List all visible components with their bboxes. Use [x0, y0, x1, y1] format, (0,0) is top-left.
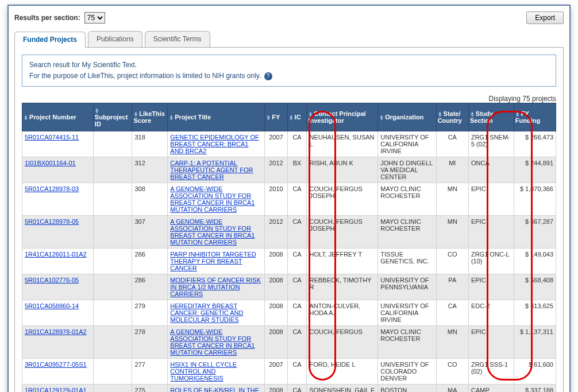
col-header-label: Contact Principal Investigator [308, 110, 365, 124]
funding-cell: $ 667,287 [514, 216, 556, 249]
project-number-link[interactable]: 5R01CA074415-11 [22, 131, 94, 157]
col-header-ic[interactable]: ▲▼IC [287, 103, 307, 131]
project-number-link[interactable]: 1I01BX001164-01 [25, 160, 76, 166]
sort-arrows-icon[interactable]: ▲▼ [438, 111, 442, 117]
project-title-link[interactable]: HEREDITARY BREAST CANCER: GENETIC AND MO… [168, 300, 265, 326]
sort-arrows-icon[interactable]: ▲▼ [266, 115, 271, 121]
subproject-id-cell [93, 216, 132, 249]
project-title-link[interactable]: A GENOME-WIDE ASSOCIATION STUDY FOR BREA… [168, 326, 265, 359]
project-number-link[interactable]: 1R41CA126011-01A2 [25, 251, 87, 258]
col-header-label: IC [295, 114, 301, 121]
fy-cell: 2010 [265, 183, 287, 216]
study-section-cell: ZRG1 SSS-1 (02) [468, 359, 514, 385]
pi-cell: ANTON-CULVER, HODA A. [307, 300, 378, 326]
sort-arrows-icon[interactable]: ▲▼ [24, 115, 28, 121]
pi-cell: COUCH, FERGUS JOSEPH [307, 183, 378, 216]
col-header-subproject-id[interactable]: ▲▼Subproject ID [93, 103, 132, 131]
project-number-link[interactable]: 5R01CA128978-03 [22, 183, 94, 216]
project-title-link[interactable]: MODIFIERS OF CANCER RISK IN BRCA 1/2 MUT… [168, 274, 265, 300]
project-title-link[interactable]: CARP-1: A POTENTIAL THERAPEUTIC AGENT FO… [168, 157, 265, 183]
project-number-link[interactable]: 5R01CA102776-05 [22, 274, 94, 300]
project-title-link[interactable]: HSIX1 IN CELL CYCLE CONTROL AND TUMORIGE… [168, 359, 265, 385]
project-number-link[interactable]: 1R01CA129129-01A1 [25, 387, 87, 392]
project-title-link[interactable]: MODIFIERS OF CANCER RISK IN BRCA 1/2 MUT… [170, 277, 261, 297]
project-number-link[interactable]: 5R01CA128978-05 [22, 216, 94, 249]
project-title-link[interactable]: A GENOME-WIDE ASSOCIATION STUDY FOR BREA… [168, 183, 265, 216]
table-row: 5R01CA058860-14279HEREDITARY BREAST CANC… [22, 300, 556, 326]
project-number-link[interactable]: 1R01CA129129-01A1 [22, 385, 94, 392]
subproject-id-cell [93, 359, 132, 385]
tab-publications[interactable]: Publications [88, 31, 142, 47]
project-title-link[interactable]: GENETIC EPIDEMIOLOGY OF BREAST CANCER: B… [170, 134, 259, 154]
project-title-link[interactable]: HEREDITARY BREAST CANCER: GENETIC AND MO… [170, 302, 243, 323]
project-number-link[interactable]: 5R01CA058860-14 [22, 300, 94, 326]
tab-scientific-terms[interactable]: Scientific Terms [145, 31, 210, 47]
tabs: Funded Projects Publications Scientific … [14, 31, 564, 48]
project-title-link[interactable]: ROLES OF NF-KB/REL IN THE PATHOGENESIS O… [170, 387, 259, 392]
project-number-link[interactable]: 1R01CA128978-01A2 [25, 328, 87, 335]
project-title-link[interactable]: HSIX1 IN CELL CYCLE CONTROL AND TUMORIGE… [170, 361, 237, 382]
study-section-cell: ONCA [468, 157, 514, 183]
likethis-score-cell: 307 [132, 216, 168, 249]
col-header-state-country[interactable]: ▲▼State/ Country [436, 103, 468, 131]
col-header-label: FY [272, 114, 280, 121]
table-row: 3R01CA095277-05S1277HSIX1 IN CELL CYCLE … [22, 359, 556, 385]
ic-cell: CA [287, 274, 307, 300]
project-title-link[interactable]: A GENOME-WIDE ASSOCIATION STUDY FOR BREA… [170, 218, 255, 246]
sort-arrows-icon[interactable]: ▲▼ [470, 111, 475, 117]
org-cell: TISSUE GENETICS, INC. [378, 249, 436, 274]
sort-arrows-icon[interactable]: ▲▼ [169, 115, 174, 121]
likethis-score-cell: 312 [132, 157, 168, 183]
project-title-link[interactable]: A GENOME-WIDE ASSOCIATION STUDY FOR BREA… [170, 185, 255, 213]
project-title-link[interactable]: A GENOME-WIDE ASSOCIATION STUDY FOR BREA… [168, 216, 265, 249]
displaying-count: Displaying 75 projects [22, 95, 556, 103]
help-icon[interactable]: ? [264, 72, 272, 80]
ic-cell: CA [287, 300, 307, 326]
project-title-link[interactable]: CARP-1: A POTENTIAL THERAPEUTIC AGENT FO… [170, 160, 253, 180]
project-number-link[interactable]: 1R41CA126011-01A2 [22, 249, 94, 274]
col-header-fy-funding[interactable]: ▲▼FY Funding [514, 103, 556, 131]
project-title-link[interactable]: A GENOME-WIDE ASSOCIATION STUDY FOR BREA… [170, 328, 255, 356]
col-header-organization[interactable]: ▲▼Organization [378, 103, 436, 131]
col-header-fy[interactable]: ▲▼FY [265, 103, 287, 131]
project-title-link[interactable]: ROLES OF NF-KB/REL IN THE PATHOGENESIS O… [168, 385, 265, 392]
funding-cell: $ 149,043 [514, 249, 556, 274]
project-number-link[interactable]: 5R01CA074415-11 [25, 134, 79, 141]
fy-cell: 2008 [265, 385, 287, 392]
tab-funded-projects[interactable]: Funded Projects [14, 32, 86, 48]
export-button[interactable]: Export [526, 11, 564, 24]
sort-arrows-icon[interactable]: ▲▼ [379, 115, 384, 121]
results-per-section-label: Results per section: [14, 14, 80, 22]
fy-cell: 2008 [265, 274, 287, 300]
project-number-link[interactable]: 5R01CA128978-03 [25, 185, 79, 192]
project-number-link[interactable]: 5R01CA058860-14 [25, 302, 79, 309]
sort-arrows-icon[interactable]: ▲▼ [308, 111, 313, 117]
project-number-link[interactable]: 3R01CA095277-05S1 [22, 359, 94, 385]
sort-arrows-icon[interactable]: ▲▼ [95, 108, 99, 114]
project-number-link[interactable]: 1I01BX001164-01 [22, 157, 94, 183]
col-header-study-section[interactable]: ▲▼Study Section [468, 103, 514, 131]
project-number-link[interactable]: 5R01CA102776-05 [25, 277, 79, 284]
col-header-project-title[interactable]: ▲▼Project Title [168, 103, 265, 131]
col-header-project-number[interactable]: ▲▼Project Number [22, 103, 94, 131]
study-section-cell: EPIC [468, 216, 514, 249]
project-number-link[interactable]: 5R01CA128978-05 [25, 218, 79, 225]
col-header-contact-pi[interactable]: ▲▼Contact Principal Investigator [307, 103, 378, 131]
project-number-link[interactable]: 1R01CA128978-01A2 [22, 326, 94, 359]
study-section-cell: EPIC [468, 326, 514, 359]
ic-cell: CA [287, 183, 307, 216]
sort-arrows-icon[interactable]: ▲▼ [133, 111, 138, 117]
project-title-link[interactable]: PARP INHIBITOR TARGETED THERAPY FOR BREA… [168, 249, 265, 274]
sort-arrows-icon[interactable]: ▲▼ [515, 111, 520, 117]
org-cell: MAYO CLINIC ROCHESTER [378, 326, 436, 359]
project-title-link[interactable]: PARP INHIBITOR TARGETED THERAPY FOR BREA… [170, 251, 256, 271]
sort-arrows-icon[interactable]: ▲▼ [289, 115, 294, 121]
study-section-cell: EPIC [468, 274, 514, 300]
project-number-link[interactable]: 3R01CA095277-05S1 [25, 361, 87, 368]
project-title-link[interactable]: GENETIC EPIDEMIOLOGY OF BREAST CANCER: B… [168, 131, 265, 157]
likethis-score-cell: 318 [132, 131, 168, 157]
results-per-section-select[interactable]: 75 [84, 12, 105, 24]
subproject-id-cell [93, 385, 132, 392]
org-cell: MAYO CLINIC ROCHESTER [378, 216, 436, 249]
col-header-likethis-score[interactable]: ▲▼LikeThis Score [132, 103, 168, 131]
